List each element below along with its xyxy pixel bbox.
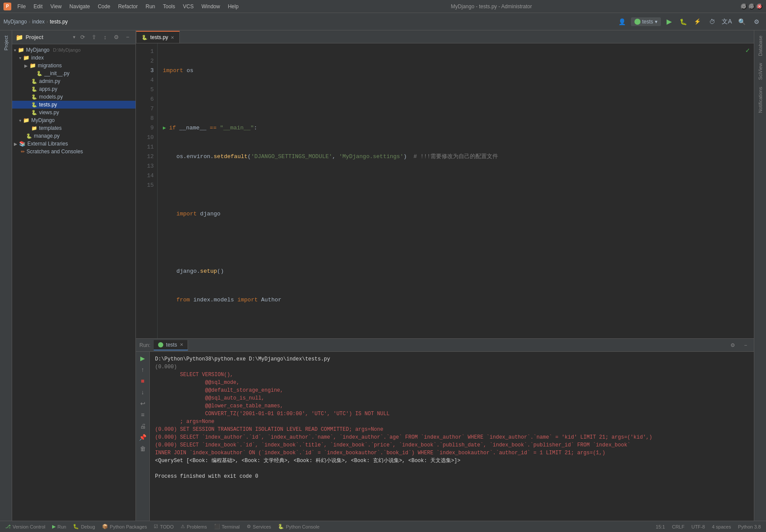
status-terminal[interactable]: ⬛ Terminal [212,523,242,530]
status-python-packages[interactable]: 📦 Python Packages [100,523,149,530]
line-num: 7 [138,104,154,114]
collapse-all-button[interactable]: ⇧ [89,33,98,42]
tree-item-path: D:\MyDjango [53,47,81,53]
sidebar-tab-database[interactable]: Database [756,32,765,59]
tree-item-migrations[interactable]: ▶ 📁 migrations [12,62,135,69]
file-tree: ▾ 📁 MyDjango D:\MyDjango ▾ 📁 index ▶ 📁 m… [12,44,135,521]
status-indent[interactable]: 4 spaces [710,523,733,530]
status-python-version[interactable]: Python 3.8 [736,523,763,530]
tree-item-models[interactable]: 🐍 models.py [12,93,135,101]
profile-button[interactable]: ⏱ [706,16,718,28]
main-layout: Project 📁 Project ▾ ⟳ ⇧ ↕ ⚙ − ▾ 📁 MyDjan… [0,30,766,521]
pin-button[interactable]: 📌 [138,433,148,442]
gear-button[interactable]: ⚙ [112,33,121,42]
menu-window[interactable]: Window [198,2,224,11]
status-problems-label: Problems [187,524,207,529]
maximize-button[interactable]: □ [749,3,755,10]
status-encoding[interactable]: UTF-8 [690,523,707,530]
run-minimize-button[interactable]: − [741,340,750,350]
sidebar-tab-sciview[interactable]: SciView [756,59,765,83]
account-button[interactable]: 👤 [616,16,628,28]
tree-item-scratches[interactable]: ✏ Scratches and Consoles [12,148,135,155]
breadcrumb-project[interactable]: MyDjango [3,19,27,25]
tab-close-button[interactable]: ✕ [171,35,174,40]
status-problems[interactable]: ⚠ Problems [179,523,208,530]
tree-item-root[interactable]: ▾ 📁 MyDjango D:\MyDjango [12,46,135,54]
rerun-button[interactable]: ▶ [138,354,148,363]
code-editor[interactable]: 1 2 3 4 5 6 7 8 9 10 11 12 13 14 15 [136,43,754,338]
sidebar-tab-project[interactable]: Project [2,32,10,54]
tree-item-tests[interactable]: 🐍 tests.py [12,101,135,109]
debug-button[interactable]: 🐛 [677,16,689,27]
sort-button[interactable]: ↕ [101,33,109,42]
code-line-7 [163,238,749,248]
tree-item-templates[interactable]: 📁 templates [12,124,135,132]
breadcrumb-module[interactable]: index [32,19,45,25]
status-position[interactable]: 15:1 [654,523,667,530]
debug-icon: 🐛 [680,18,687,25]
problems-icon: ⚠ [181,524,185,529]
tree-item-mydjango-inner[interactable]: ▾ 📁 MyDjango [12,116,135,124]
menu-vcs[interactable]: VCS [179,2,197,11]
tree-item-label: MyDjango [31,117,55,123]
translate-button[interactable]: 文A [721,16,733,28]
menu-edit[interactable]: Edit [30,2,46,11]
status-run[interactable]: ▶ Run [50,523,68,530]
align-button[interactable]: ≡ [138,410,148,420]
run-tab-tests[interactable]: tests ✕ [154,340,188,350]
menu-help[interactable]: Help [225,2,242,11]
stop-button[interactable]: ■ [138,376,148,386]
settings-button[interactable]: ⚙ [750,16,763,28]
run-tab-icon [158,342,163,347]
status-services[interactable]: ⚙ Services [245,523,273,530]
menu-view[interactable]: View [47,2,65,11]
code-content[interactable]: import os ▶ if __name__ == "__main__": o… [158,43,754,338]
library-icon: 📚 [19,141,26,147]
trash-button[interactable]: 🗑 [138,444,148,453]
print-button[interactable]: 🖨 [138,421,148,431]
menu-navigate[interactable]: Navigate [66,2,93,11]
menu-refactor[interactable]: Refactor [115,2,141,11]
status-python-console[interactable]: 🐍 Python Console [276,523,321,530]
tree-item-external-libraries[interactable]: ▶ 📚 External Libraries [12,140,135,148]
run-settings-button[interactable]: ⚙ [728,340,737,350]
run-tab-close[interactable]: ✕ [180,342,183,347]
coverage-button[interactable]: ⚡ [691,16,703,28]
run-button[interactable]: ▶ [664,16,675,27]
tree-item-manage[interactable]: 🐍 manage.py [12,132,135,140]
line-num: 6 [138,95,154,104]
tree-item-label: views.py [39,109,59,116]
search-everywhere-button[interactable]: 🔍 [736,16,748,28]
wrap-button[interactable]: ↩ [138,399,148,408]
menu-run[interactable]: Run [142,2,158,11]
minimize-panel-button[interactable]: − [123,33,132,42]
status-debug[interactable]: 🐛 Debug [71,523,96,530]
py-file-icon: 🐍 [31,102,37,108]
tree-item-label: __init__.py [44,70,69,76]
status-version-control[interactable]: ⎇ Version Control [3,523,47,530]
status-line-ending[interactable]: CRLF [670,523,686,530]
tree-item-views[interactable]: 🐍 views.py [12,109,135,116]
menu-file[interactable]: File [14,2,29,11]
settings-icon: ⚙ [754,18,759,25]
menu-code[interactable]: Code [94,2,114,11]
scroll-down-button[interactable]: ↓ [138,387,148,397]
status-todo[interactable]: ☑ TODO [152,523,175,530]
sync-button[interactable]: ⟳ [78,33,87,42]
close-button[interactable]: ✕ [756,3,763,10]
tree-item-label: tests.py [39,102,57,108]
py-file-icon: 🐍 [26,133,32,139]
tree-item-apps[interactable]: 🐍 apps.py [12,85,135,93]
scroll-up-button[interactable]: ↑ [138,365,148,374]
minimize-button[interactable]: − [741,3,747,10]
tree-item-admin[interactable]: 🐍 admin.py [12,77,135,85]
line-num: 15 [138,181,154,190]
tree-item-index[interactable]: ▾ 📁 index [12,54,135,62]
output-line: ; args=None [155,418,749,426]
breadcrumb-file[interactable]: tests.py [50,19,68,25]
sidebar-tab-notifications[interactable]: Notifications [756,83,765,116]
run-config-selector[interactable]: tests ▾ [631,17,661,26]
menu-tools[interactable]: Tools [159,2,178,11]
tree-item-init[interactable]: 🐍 __init__.py [12,69,135,77]
editor-tab-tests[interactable]: 🐍 tests.py ✕ [136,31,180,43]
